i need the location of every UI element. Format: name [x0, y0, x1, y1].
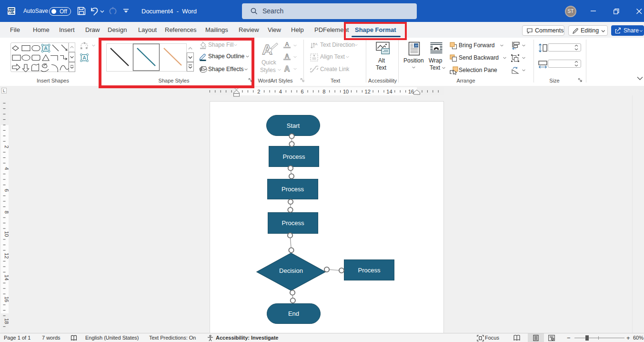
svg-text:6: 6 [301, 89, 304, 94]
svg-text:W: W [8, 9, 12, 13]
svg-text:2: 2 [257, 89, 260, 94]
svg-text:A: A [285, 41, 289, 48]
svg-text:16: 16 [4, 296, 9, 302]
svg-text:12: 12 [365, 89, 371, 94]
svg-text:A: A [44, 45, 47, 51]
svg-text:6: 6 [4, 189, 9, 192]
svg-text:A: A [82, 55, 86, 61]
svg-text:10: 10 [343, 89, 349, 94]
svg-text:8: 8 [322, 89, 325, 94]
svg-text:4: 4 [279, 89, 282, 94]
svg-text:14: 14 [4, 275, 9, 280]
svg-text:18: 18 [4, 318, 9, 324]
svg-text:2: 2 [4, 145, 9, 148]
svg-text:A: A [284, 65, 290, 73]
svg-text:A: A [315, 42, 318, 46]
svg-text:4: 4 [4, 167, 9, 170]
svg-text:8: 8 [4, 211, 9, 214]
svg-text:A: A [285, 53, 289, 60]
svg-text:14: 14 [386, 89, 392, 94]
svg-text:12: 12 [4, 253, 9, 259]
svg-text:10: 10 [4, 231, 9, 237]
